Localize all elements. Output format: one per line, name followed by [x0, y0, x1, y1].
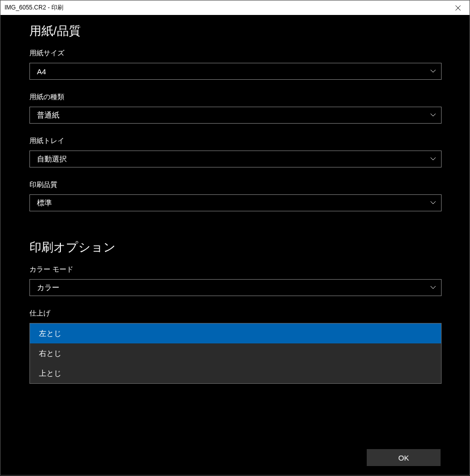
select-paper-tray[interactable]: 自動選択 [29, 151, 442, 167]
label-paper-tray: 用紙トレイ [29, 137, 441, 146]
field-paper-type: 用紙の種類 普通紙 [29, 93, 441, 124]
select-value-paper-tray: 自動選択 [37, 155, 67, 164]
dialog-footer: OK [367, 449, 441, 466]
chevron-down-icon [430, 201, 436, 205]
field-color-mode: カラー モード カラー [29, 265, 441, 296]
dropdown-item-right-bind[interactable]: 右とじ [30, 343, 441, 363]
window-title: IMG_6055.CR2 - 印刷 [4, 3, 63, 12]
select-value-print-quality: 標準 [37, 198, 52, 208]
field-paper-tray: 用紙トレイ 自動選択 [29, 137, 441, 167]
select-color-mode[interactable]: カラー [29, 279, 442, 296]
titlebar: IMG_6055.CR2 - 印刷 [0, 0, 470, 15]
label-print-quality: 印刷品質 [29, 180, 441, 189]
label-finishing: 仕上げ [29, 309, 441, 318]
select-value-paper-size: A4 [37, 67, 46, 76]
dialog-content: 用紙/品質 用紙サイズ A4 用紙の種類 普通紙 用紙トレイ 自動選択 印刷品質… [0, 15, 470, 476]
close-button[interactable] [447, 0, 470, 15]
chevron-down-icon [430, 69, 436, 73]
dropdown-finishing: 左とじ 右とじ 上とじ [29, 323, 442, 384]
dropdown-item-top-bind[interactable]: 上とじ [30, 363, 441, 383]
ok-button[interactable]: OK [367, 449, 441, 466]
field-finishing: 仕上げ 左とじ 右とじ 上とじ [29, 309, 441, 384]
chevron-down-icon [430, 157, 436, 161]
select-paper-size[interactable]: A4 [29, 63, 442, 80]
select-value-paper-type: 普通紙 [37, 111, 59, 120]
label-paper-size: 用紙サイズ [29, 49, 441, 58]
chevron-down-icon [430, 286, 436, 290]
close-icon [456, 5, 461, 10]
dropdown-item-left-bind[interactable]: 左とじ [30, 323, 441, 343]
select-paper-type[interactable]: 普通紙 [29, 107, 442, 124]
select-print-quality[interactable]: 標準 [29, 194, 442, 211]
field-print-quality: 印刷品質 標準 [29, 180, 441, 211]
select-value-color-mode: カラー [37, 283, 59, 293]
label-paper-type: 用紙の種類 [29, 93, 441, 102]
field-paper-size: 用紙サイズ A4 [29, 49, 441, 80]
chevron-down-icon [430, 113, 436, 117]
section-heading-paper: 用紙/品質 [29, 23, 441, 39]
label-color-mode: カラー モード [29, 265, 441, 274]
section-heading-options: 印刷オプション [29, 239, 441, 255]
